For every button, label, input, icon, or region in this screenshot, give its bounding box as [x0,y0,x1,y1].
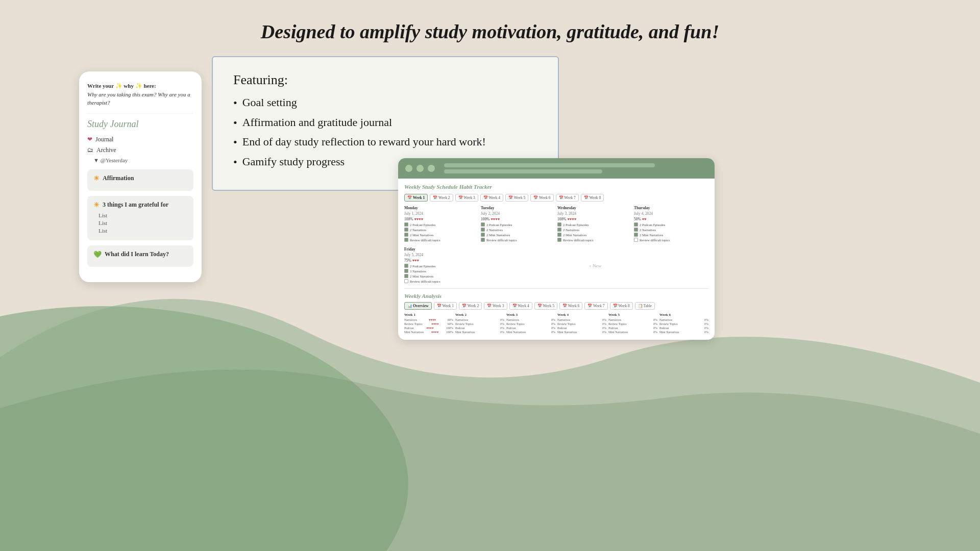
tuesday-check-3[interactable] [481,233,485,237]
friday-check-1[interactable] [404,264,408,268]
monday-item-4: Review difficult topics [404,238,479,242]
tracker-divider [404,288,708,289]
svg-point-0 [0,306,408,551]
tuesday-item-1: 2 Podcast Episodes [481,222,555,227]
analysis-week1-review: Review Topics♥♥♥♥60% [404,322,453,325]
phone-card-learned: 💚 What did I learn Today? [87,245,193,267]
analysis-tab-week1[interactable]: 📅 Week 1 [434,302,457,310]
analysis-week4-mini: Mini Narratives0% [557,331,606,334]
tuesday-pct: 100% ♥♥♥♥ [481,217,555,221]
analysis-week6-review: Review Topics0% [659,322,708,325]
analysis-week5-mini: Mini Narratives0% [608,331,657,334]
analysis-tab-week8[interactable]: 📅 Week 8 [610,302,633,310]
wednesday-check-4[interactable] [557,238,561,242]
wednesday-item-1: 2 Podcast Episodes [557,222,632,227]
title-line-2 [444,169,602,173]
tracker-tab-week5[interactable]: 📅 Week 5 [505,194,528,202]
analysis-week4-review: Review Topics0% [557,322,606,325]
friday-date: July 5, 2024 [404,253,480,257]
phone-card-grateful-title: ☀ 3 things I am grateful for [93,201,187,209]
thursday-header: Thursday [634,206,708,210]
archive-icon: 🗂 [87,146,93,154]
friday-item-2: 3 Narratives [404,269,480,273]
analysis-tab-table[interactable]: 📋 Table [635,302,655,310]
tuesday-check-2[interactable] [481,228,485,232]
titlebar-dot-3 [428,165,435,172]
monday-check-3[interactable] [404,233,408,237]
tracker-analysis-tabs[interactable]: 📊 Overview 📅 Week 1 📅 Week 2 📅 Week 3 📅 … [404,302,708,310]
feature-item-1: Goal setting [233,96,537,111]
thursday-hearts: ♥♥ [642,217,647,221]
analysis-week2-mini: Mini Narratives0% [455,331,504,334]
analysis-week2-narratives: Narratives0% [455,318,504,321]
phone-grateful-list: List List List [93,212,187,234]
add-new-area[interactable]: + New [482,247,708,284]
tracker-tab-week8[interactable]: 📅 Week 8 [581,194,604,202]
analysis-tab-overview[interactable]: 📊 Overview [404,302,432,310]
tracker-day-tuesday: Tuesday July 2, 2024 100% ♥♥♥♥ 2 Podcast… [481,206,555,243]
wednesday-check-1[interactable] [557,222,561,227]
thursday-check-4[interactable] [634,238,638,242]
thursday-date: July 4, 2024 [634,211,708,216]
thursday-check-2[interactable] [634,228,638,232]
analysis-week4-narratives: Narratives0% [557,318,606,321]
tracker-tab-week6[interactable]: 📅 Week 6 [530,194,553,202]
monday-check-4[interactable] [404,238,408,242]
tracker-titlebar [398,158,715,179]
monday-check-1[interactable] [404,222,408,227]
tracker-tab-week2[interactable]: 📅 Week 2 [430,194,453,202]
analysis-week6-narratives: Narratives0% [659,318,708,321]
tuesday-item-2: 2 Narratives [481,228,555,232]
analysis-tab-week3[interactable]: 📅 Week 3 [484,302,507,310]
friday-check-2[interactable] [404,269,408,273]
monday-check-2[interactable] [404,228,408,232]
thursday-item-2: 2 Narratives [634,228,708,232]
analysis-week5-podcast: Podcast0% [608,327,657,330]
analysis-tab-week7[interactable]: 📅 Week 7 [584,302,607,310]
tracker-mockup: Weekly Study Schedule Habit Tracker 📅 We… [398,158,715,340]
analysis-week3-header: Week 3 [506,313,555,317]
friday-check-4[interactable] [404,279,408,283]
thursday-check-1[interactable] [634,222,638,227]
phone-card-learned-title: 💚 What did I learn Today? [93,251,187,259]
analysis-week2-review: Review Topics0% [455,322,504,325]
analysis-tab-week5[interactable]: 📅 Week 5 [534,302,557,310]
heart-icon: ❤ [87,136,92,143]
tracker-tab-week3[interactable]: 📅 Week 3 [455,194,478,202]
titlebar-dot-2 [416,165,424,172]
tuesday-check-1[interactable] [481,222,485,227]
phone-nav-archive[interactable]: 🗂 Archive [87,146,193,154]
tracker-tab-week1[interactable]: 📅 Week 1 [404,194,428,202]
friday-pct: 75% ♥♥♥ [404,258,480,263]
analysis-week1-header: Week 1 [404,313,453,317]
wednesday-item-3: 2 Mini Narratives [557,233,632,237]
analysis-tab-week2[interactable]: 📅 Week 2 [459,302,482,310]
analysis-week1-mini: Mini Narratives♥♥♥♥100% [404,331,453,334]
feature-item-3: End of day study reflection to reward yo… [233,135,537,150]
main-headline: Designed to amplify study motivation, gr… [0,20,980,43]
tracker-tab-week7[interactable]: 📅 Week 7 [556,194,579,202]
wednesday-check-3[interactable] [557,233,561,237]
tracker-tab-week4[interactable]: 📅 Week 4 [480,194,503,202]
phone-prompt-label: Write your ✨ why ✨ here: [87,83,156,89]
friday-check-3[interactable] [404,274,408,278]
tuesday-item-3: 2 Mini Narratives [481,233,555,237]
tracker-week-tabs[interactable]: 📅 Week 1 📅 Week 2 📅 Week 3 📅 Week 4 📅 We… [404,194,708,202]
analysis-week3-narratives: Narratives0% [506,318,555,321]
tracker-schedule-title: Weekly Study Schedule Habit Tracker [404,184,708,190]
analysis-week4-header: Week 4 [557,313,606,317]
analysis-tab-week6[interactable]: 📅 Week 6 [559,302,582,310]
thursday-pct: 50% ♥♥ [634,217,708,221]
analysis-tab-week4[interactable]: 📅 Week 4 [509,302,532,310]
analysis-week3-review: Review Topics0% [506,322,555,325]
grateful-item-2: List [99,220,187,226]
phone-tree-yesterday[interactable]: ▼ @Yesterday [93,157,193,163]
tuesday-check-4[interactable] [481,238,485,242]
tracker-friday-row: Friday July 5, 2024 75% ♥♥♥ 2 Podcast Ep… [404,247,708,284]
thursday-check-3[interactable] [634,233,638,237]
thursday-item-1: 2 Podcast Episodes [634,222,708,227]
analysis-week6-header: Week 6 [659,313,708,317]
monday-item-2: 2 Narratives [404,228,479,232]
phone-nav-journal[interactable]: ❤ Journal [87,136,193,143]
wednesday-check-2[interactable] [557,228,561,232]
